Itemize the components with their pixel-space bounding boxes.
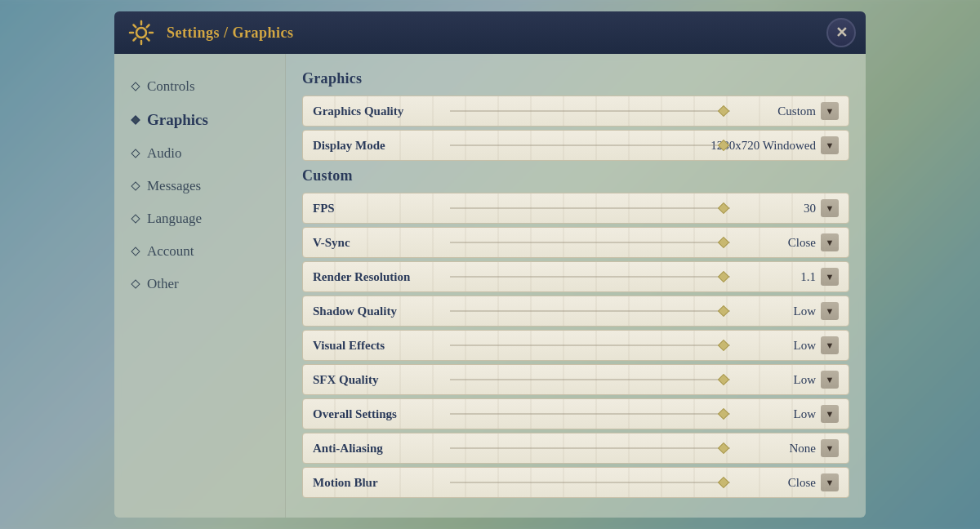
- setting-value-area: 1280x720 Windowed▼: [710, 136, 839, 154]
- sidebar-item-controls[interactable]: Controls: [114, 70, 285, 103]
- diamond-icon: [131, 214, 140, 223]
- setting-row-vsync[interactable]: V-SyncClose▼: [302, 227, 849, 258]
- setting-label: FPS: [313, 202, 751, 216]
- close-button[interactable]: ✕: [826, 18, 856, 47]
- diamond-icon: [131, 247, 140, 256]
- setting-label: SFX Quality: [313, 373, 751, 387]
- sidebar-item-label: Audio: [147, 145, 182, 162]
- setting-label: V-Sync: [313, 236, 751, 250]
- sidebar: ControlsGraphicsAudioMessagesLanguageAcc…: [114, 54, 286, 518]
- setting-label: Display Mode: [313, 139, 710, 153]
- setting-row-shadow-quality[interactable]: Shadow QualityLow▼: [302, 296, 849, 327]
- diamond-icon: [131, 181, 140, 190]
- diamond-icon: [131, 115, 140, 124]
- sidebar-item-other[interactable]: Other: [114, 268, 285, 300]
- dropdown-arrow-icon[interactable]: ▼: [821, 336, 839, 354]
- setting-label: Visual Effects: [313, 339, 751, 353]
- svg-point-0: [136, 28, 146, 38]
- setting-value-area: Low▼: [751, 405, 839, 423]
- setting-row-anti-aliasing[interactable]: Anti-AliasingNone▼: [302, 433, 849, 464]
- dropdown-arrow-icon[interactable]: ▼: [821, 302, 839, 320]
- setting-value: Close: [751, 236, 816, 250]
- setting-value: Close: [751, 476, 816, 490]
- dropdown-arrow-icon[interactable]: ▼: [821, 136, 839, 154]
- setting-row-graphics-quality[interactable]: Graphics QualityCustom▼: [302, 96, 849, 127]
- dropdown-arrow-icon[interactable]: ▼: [821, 473, 839, 491]
- setting-value: 1.1: [751, 270, 816, 284]
- setting-label: Motion Blur: [313, 476, 751, 490]
- setting-value: Custom: [751, 104, 816, 118]
- setting-value: Low: [751, 373, 816, 387]
- title-bar: Settings / Graphics ✕: [114, 11, 866, 54]
- diamond-icon: [131, 82, 140, 91]
- setting-value-area: Low▼: [751, 371, 839, 389]
- setting-value: Low: [751, 339, 816, 353]
- setting-value-area: Close▼: [751, 233, 839, 251]
- setting-row-visual-effects[interactable]: Visual EffectsLow▼: [302, 330, 849, 361]
- setting-value-area: Low▼: [751, 336, 839, 354]
- setting-row-overall-settings[interactable]: Overall SettingsLow▼: [302, 398, 849, 429]
- setting-value-area: 30▼: [751, 199, 839, 217]
- setting-label: Anti-Aliasing: [313, 442, 751, 456]
- sidebar-item-language[interactable]: Language: [114, 202, 285, 235]
- sidebar-item-label: Language: [147, 211, 202, 227]
- graphics-section-title: Graphics: [302, 70, 849, 87]
- sidebar-item-label: Account: [147, 243, 194, 260]
- dropdown-arrow-icon[interactable]: ▼: [821, 371, 839, 389]
- setting-label: Shadow Quality: [313, 305, 751, 318]
- settings-modal: Settings / Graphics ✕ ControlsGraphicsAu…: [114, 11, 866, 518]
- main-content: Graphics Graphics QualityCustom▼Display …: [286, 54, 866, 518]
- setting-label: Render Resolution: [313, 270, 751, 284]
- dropdown-arrow-icon[interactable]: ▼: [821, 102, 839, 120]
- setting-row-render-resolution[interactable]: Render Resolution1.1▼: [302, 261, 849, 292]
- dropdown-arrow-icon[interactable]: ▼: [821, 439, 839, 457]
- dropdown-arrow-icon[interactable]: ▼: [821, 199, 839, 217]
- sidebar-item-audio[interactable]: Audio: [114, 137, 285, 170]
- setting-row-motion-blur[interactable]: Motion BlurClose▼: [302, 467, 849, 498]
- diamond-icon: [131, 279, 140, 288]
- setting-value-area: 1.1▼: [751, 268, 839, 286]
- setting-row-sfx-quality[interactable]: SFX QualityLow▼: [302, 364, 849, 395]
- setting-row-fps[interactable]: FPS30▼: [302, 193, 849, 224]
- breadcrumb: Settings / Graphics: [167, 24, 294, 42]
- gear-icon: [127, 19, 155, 47]
- setting-value-area: Low▼: [751, 302, 839, 320]
- setting-label: Graphics Quality: [313, 104, 751, 118]
- sidebar-item-label: Other: [147, 276, 179, 292]
- custom-section-title: Custom: [302, 167, 849, 184]
- setting-row-display-mode[interactable]: Display Mode1280x720 Windowed▼: [302, 130, 849, 161]
- sidebar-item-messages[interactable]: Messages: [114, 170, 285, 202]
- sidebar-item-label: Controls: [147, 78, 195, 95]
- modal-body: ControlsGraphicsAudioMessagesLanguageAcc…: [114, 54, 866, 518]
- dropdown-arrow-icon[interactable]: ▼: [821, 233, 839, 251]
- setting-value: None: [751, 442, 816, 456]
- dropdown-arrow-icon[interactable]: ▼: [821, 405, 839, 423]
- setting-value-area: Custom▼: [751, 102, 839, 120]
- setting-value-area: None▼: [751, 439, 839, 457]
- sidebar-item-label: Graphics: [147, 111, 208, 129]
- sidebar-item-account[interactable]: Account: [114, 235, 285, 268]
- sidebar-item-graphics[interactable]: Graphics: [114, 103, 285, 137]
- dropdown-arrow-icon[interactable]: ▼: [821, 268, 839, 286]
- diamond-icon: [131, 149, 140, 158]
- setting-value-area: Close▼: [751, 473, 839, 491]
- sidebar-item-label: Messages: [147, 178, 201, 194]
- setting-value: Low: [751, 407, 816, 421]
- setting-value: 30: [751, 202, 816, 216]
- setting-label: Overall Settings: [313, 407, 751, 421]
- setting-value: Low: [751, 305, 816, 318]
